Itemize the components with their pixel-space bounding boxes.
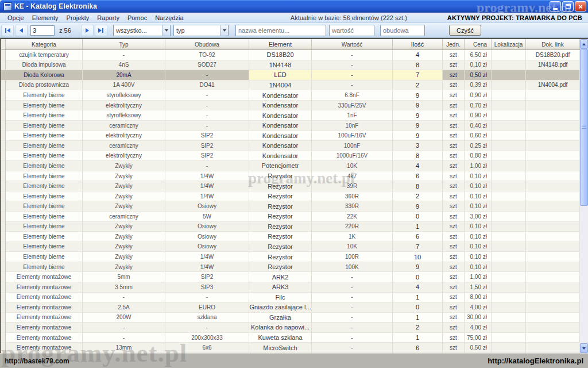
cell[interactable]: [492, 323, 526, 333]
table-row[interactable]: Elementy montażowe13mm6x6MicroSwitch-6sz…: [1, 343, 580, 353]
table-row[interactable]: Dioda prostownicza1A 400VDO411N4004-2szt…: [1, 80, 580, 91]
cell[interactable]: -: [312, 313, 393, 323]
column-header[interactable]: Jedn.: [443, 39, 465, 49]
cell[interactable]: -: [312, 293, 393, 303]
cell[interactable]: 1N4148.pdf: [526, 60, 580, 71]
cell[interactable]: 4: [393, 50, 443, 60]
close-button[interactable]: ×: [575, 1, 586, 12]
cell[interactable]: szt: [443, 181, 465, 191]
cell[interactable]: Elementy bierne: [6, 262, 83, 273]
row-indicator[interactable]: [1, 272, 6, 282]
cell[interactable]: Rezystor: [249, 201, 312, 212]
cell[interactable]: Zwykły: [83, 201, 165, 212]
cell[interactable]: Elementy bierne: [6, 191, 83, 202]
cell[interactable]: Gniazdo zasilające l...: [249, 302, 312, 313]
column-header[interactable]: Cena: [465, 39, 492, 49]
cell[interactable]: szklana: [165, 313, 249, 323]
cell[interactable]: 0,10 zł: [465, 252, 492, 262]
maximize-button[interactable]: [562, 1, 574, 12]
cell[interactable]: Elementy montażowe: [6, 313, 83, 323]
cell[interactable]: [492, 110, 526, 121]
cell[interactable]: [526, 191, 580, 202]
cell[interactable]: Elementy bierne: [6, 232, 83, 242]
cell[interactable]: Elementy bierne: [6, 101, 83, 111]
table-row[interactable]: Elementy bierneZwykły-Potencjometr10K4sz…: [1, 161, 580, 171]
cell[interactable]: 330uF/25V: [312, 101, 393, 111]
row-indicator[interactable]: [1, 151, 6, 162]
cell[interactable]: -: [312, 70, 393, 80]
cell[interactable]: [492, 171, 526, 182]
cell[interactable]: -: [312, 272, 393, 282]
cell[interactable]: 100K: [312, 262, 393, 273]
cell[interactable]: Kondensator: [249, 101, 312, 111]
cell[interactable]: szt: [443, 121, 465, 131]
clear-filters-button[interactable]: Czyść: [449, 25, 481, 36]
cell[interactable]: [526, 110, 580, 121]
cell[interactable]: Elementy bierne: [6, 90, 83, 101]
chevron-down-icon[interactable]: [162, 25, 170, 36]
cell[interactable]: [526, 101, 580, 111]
row-indicator[interactable]: [1, 201, 6, 212]
cell[interactable]: Rezystor: [249, 232, 312, 242]
cell[interactable]: DS18B20.pdf: [526, 50, 580, 60]
cell[interactable]: -: [165, 161, 249, 171]
cell[interactable]: SIP2: [165, 272, 249, 282]
cell[interactable]: Rezystor: [249, 222, 312, 232]
cell[interactable]: [526, 272, 580, 282]
cell[interactable]: 0,10 zł: [465, 242, 492, 252]
case-search-input[interactable]: [380, 25, 425, 36]
row-indicator[interactable]: [1, 323, 6, 333]
cell[interactable]: 5W: [165, 212, 249, 222]
table-row[interactable]: Elementy montażowe-200x300x33Kuweta szkl…: [1, 333, 580, 343]
cell[interactable]: szt: [443, 141, 465, 151]
cell[interactable]: [526, 212, 580, 222]
cell[interactable]: [526, 121, 580, 131]
cell[interactable]: szt: [443, 201, 465, 212]
cell[interactable]: [492, 161, 526, 171]
cell[interactable]: 6,50 zł: [465, 50, 492, 60]
cell[interactable]: 9: [393, 110, 443, 121]
cell[interactable]: 0,10 zł: [465, 171, 492, 182]
cell[interactable]: Elementy montażowe: [6, 282, 83, 293]
column-header[interactable]: Ilość: [393, 39, 443, 49]
cell[interactable]: 100uF/16V: [312, 131, 393, 141]
cell[interactable]: Elementy bierne: [6, 252, 83, 262]
table-row[interactable]: Elementy montażowe--Kolanka do napowi...…: [1, 323, 580, 333]
cell[interactable]: 4k7: [312, 171, 393, 182]
cell[interactable]: 8: [393, 181, 443, 191]
cell[interactable]: -: [165, 70, 249, 80]
cell[interactable]: 20mA: [83, 70, 165, 80]
column-header[interactable]: Wartość: [312, 39, 393, 49]
cell[interactable]: ceramiczny: [83, 212, 165, 222]
menu-item-elementy[interactable]: Elementy: [28, 14, 63, 22]
cell[interactable]: [492, 293, 526, 303]
cell[interactable]: elektrolityczny: [83, 131, 165, 141]
cell[interactable]: [526, 343, 580, 353]
cell[interactable]: szt: [443, 282, 465, 293]
cell[interactable]: 8: [393, 151, 443, 162]
cell[interactable]: szt: [443, 293, 465, 303]
cell[interactable]: 0,70 zł: [465, 101, 492, 111]
cell[interactable]: szt: [443, 302, 465, 313]
cell[interactable]: Osiowy: [165, 201, 249, 212]
cell[interactable]: 1: [393, 293, 443, 303]
cell[interactable]: [492, 333, 526, 343]
cell[interactable]: 1A 400V: [83, 80, 165, 91]
cell[interactable]: styrofleksowy: [83, 90, 165, 101]
next-record-button[interactable]: [81, 25, 94, 36]
value-search-input[interactable]: [329, 25, 374, 36]
cell[interactable]: -: [312, 302, 393, 313]
menu-item-pomoc[interactable]: Pomoc: [123, 14, 151, 22]
cell[interactable]: [526, 151, 580, 162]
cell[interactable]: szt: [443, 110, 465, 121]
cell[interactable]: [492, 212, 526, 222]
cell[interactable]: 2: [393, 191, 443, 202]
previous-record-button[interactable]: [15, 25, 28, 36]
cell[interactable]: Zwykły: [83, 252, 165, 262]
cell[interactable]: Osiowy: [165, 242, 249, 252]
column-header[interactable]: Obudowa: [165, 39, 249, 49]
cell[interactable]: [492, 131, 526, 141]
menu-item-opcje[interactable]: Opcje: [3, 14, 28, 22]
cell[interactable]: Kolanka do napowi...: [249, 323, 312, 333]
cell[interactable]: SIP2: [165, 141, 249, 151]
